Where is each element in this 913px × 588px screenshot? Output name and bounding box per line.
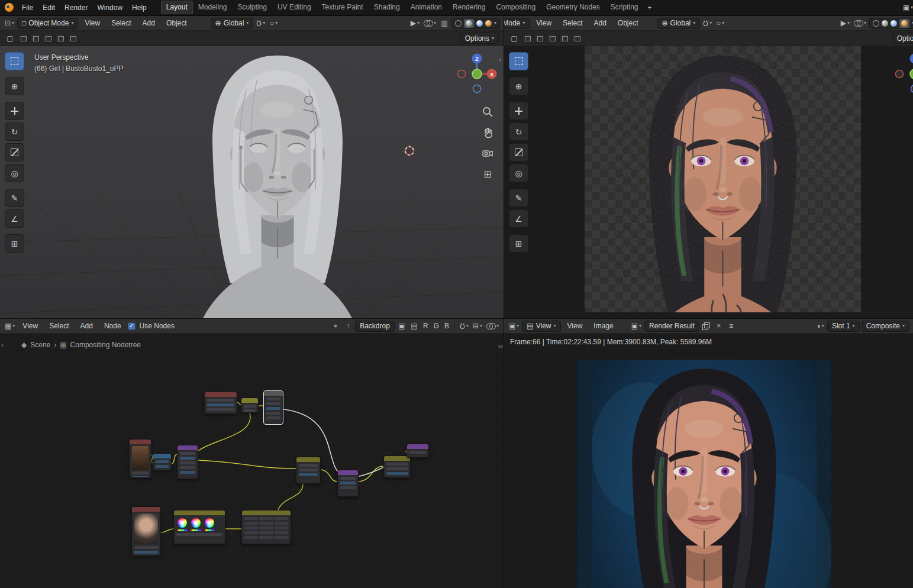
pin-icon[interactable]: ⌖ — [330, 321, 341, 331]
node[interactable] — [383, 455, 411, 478]
area-resize-chevron[interactable]: ‹ — [499, 56, 501, 64]
channel-g-toggle[interactable]: G — [432, 322, 441, 330]
scene-selector-icon[interactable]: ▣▾ — [902, 2, 913, 13]
use-nodes-label[interactable]: Use Nodes — [137, 320, 179, 332]
select-mode-extend[interactable] — [534, 34, 544, 43]
node-color-balance[interactable] — [173, 510, 225, 544]
editor-mode-dropdown[interactable]: ▤View▾ — [522, 321, 560, 332]
editor-type-button[interactable]: ▦▾ — [4, 321, 16, 331]
tab-animation[interactable]: Animation — [405, 1, 447, 14]
options-dropdown[interactable]: Options▾ — [892, 33, 913, 44]
tab-texture-paint[interactable]: Texture Paint — [317, 1, 369, 14]
tool-select-box[interactable] — [509, 52, 528, 70]
tool-transform[interactable]: ◎ — [509, 164, 528, 182]
viewport-shading-group[interactable]: ▾ — [869, 18, 913, 29]
tool-move[interactable] — [509, 102, 528, 120]
tool-add-cube[interactable]: ⊞ — [509, 234, 528, 253]
menu-window[interactable]: Window — [92, 2, 127, 14]
options-dropdown[interactable]: Options▾ — [460, 33, 499, 44]
menu-add[interactable]: Add — [76, 320, 98, 332]
node[interactable] — [337, 470, 359, 497]
channel-r-toggle[interactable]: R — [421, 322, 430, 330]
node[interactable] — [296, 457, 321, 484]
menu-view[interactable]: View — [563, 320, 588, 332]
node-table[interactable] — [241, 510, 291, 544]
snap-toggle[interactable]: Ω▾ — [255, 18, 266, 28]
3d-cursor[interactable] — [402, 144, 417, 158]
tool-annotate[interactable]: ✎ — [5, 189, 24, 207]
select-mode-new[interactable] — [522, 34, 532, 43]
node[interactable] — [241, 398, 259, 413]
menu-node[interactable]: Node — [99, 320, 126, 332]
tool-measure[interactable]: ∠ — [5, 209, 24, 228]
menu-object[interactable]: Object — [613, 17, 643, 29]
menu-view[interactable]: View — [80, 17, 105, 29]
backdrop-image-icon[interactable]: ▣ — [396, 321, 407, 331]
menu-view[interactable]: View — [18, 320, 43, 332]
node-canvas[interactable]: ◆ Scene › ▦ Compositing Nodetree ‹ — [0, 334, 504, 588]
tab-modeling[interactable]: Modeling — [193, 1, 233, 14]
select-mode-invert[interactable] — [559, 34, 569, 43]
node-selected[interactable] — [263, 390, 283, 425]
menu-add[interactable]: Add — [589, 17, 611, 29]
render-pass-dropdown[interactable]: Composite▾ — [862, 321, 909, 332]
tab-scripting[interactable]: Scripting — [605, 1, 644, 14]
proportional-edit-toggle[interactable]: ○▾ — [268, 18, 279, 28]
menu-select[interactable]: Select — [107, 17, 136, 29]
tab-rendering[interactable]: Rendering — [447, 1, 491, 14]
tab-geometry-nodes[interactable]: Geometry Nodes — [541, 1, 605, 14]
tool-rotate[interactable]: ↻ — [509, 122, 528, 141]
proportional-edit-toggle[interactable]: ○▾ — [715, 18, 725, 28]
menu-view[interactable]: View — [531, 17, 556, 29]
browse-image-button[interactable]: ▣▾ — [630, 321, 643, 331]
snap-toggle[interactable]: Ω▾ — [702, 18, 713, 28]
tool-select-box[interactable] — [5, 52, 24, 70]
tool-cursor[interactable]: ⊕ — [509, 77, 528, 95]
show-gizmos-dropdown[interactable]: ▶▾ — [409, 18, 421, 28]
menu-add[interactable]: Add — [138, 17, 160, 29]
render-slot-dropdown[interactable]: Slot 1▾ — [827, 321, 860, 332]
menu-render[interactable]: Render — [60, 2, 92, 14]
tool-cursor[interactable]: ⊕ — [5, 77, 24, 95]
tool-scale[interactable] — [5, 143, 24, 161]
editor-type-button[interactable]: ⊡▾ — [4, 18, 15, 28]
select-mode-intersect[interactable] — [572, 34, 582, 43]
channel-b-toggle[interactable]: B — [443, 322, 451, 330]
mode-dropdown[interactable]: □Object Mode▾ — [504, 18, 530, 29]
viewport-shading-group[interactable]: ▾ — [451, 18, 500, 29]
show-overlays-dropdown[interactable]: ▾ — [422, 18, 437, 28]
snap-toggle[interactable]: Ω▾ — [459, 321, 470, 331]
show-gizmos-dropdown[interactable]: ▶▾ — [840, 18, 851, 28]
transform-orientation-dropdown[interactable]: ⊕Global▾ — [211, 18, 254, 29]
camera-view-icon[interactable] — [481, 147, 494, 160]
tab-shading[interactable]: Shading — [369, 1, 405, 14]
menu-select[interactable]: Select — [44, 320, 73, 332]
overlays-dropdown[interactable]: ▾ — [485, 321, 500, 331]
select-mode-subtract[interactable] — [43, 34, 53, 43]
node-image[interactable] — [129, 439, 151, 478]
select-mode-extend[interactable] — [30, 34, 40, 43]
tool-rotate[interactable]: ↻ — [5, 122, 24, 141]
menu-object[interactable]: Object — [162, 17, 192, 29]
use-nodes-checkbox[interactable] — [128, 322, 136, 330]
tab-uv-editing[interactable]: UV Editing — [272, 1, 317, 14]
image-canvas[interactable]: Frame:66 | Time:02:22:43.59 | Mem:3900.8… — [504, 334, 913, 588]
node-image[interactable] — [131, 506, 161, 556]
menu-edit[interactable]: Edit — [38, 2, 60, 14]
show-overlays-dropdown[interactable]: ▾ — [853, 18, 867, 28]
menu-image[interactable]: Image — [589, 320, 618, 332]
mode-dropdown[interactable]: □Object Mode▾ — [17, 18, 78, 29]
tool-transform[interactable]: ◎ — [5, 164, 24, 182]
viewport-canvas[interactable]: ⊕ ↻ ◎ ✎ ∠ ⊞ Z — [504, 46, 913, 318]
navigation-gizmo[interactable]: Z — [892, 51, 913, 97]
image-datablock[interactable]: Render Result — [644, 321, 699, 332]
navigation-gizmo[interactable]: Z X — [454, 51, 500, 97]
panel-collapse-chevron[interactable]: ‹ — [1, 341, 4, 349]
grid-snap-dropdown[interactable]: ⊞▾ — [472, 321, 483, 331]
tool-move[interactable] — [5, 102, 24, 120]
select-mode-invert[interactable] — [55, 34, 65, 43]
tool-add-cube[interactable]: ⊞ — [5, 234, 24, 253]
tool-measure[interactable]: ∠ — [509, 209, 528, 228]
active-tool-icon[interactable]: ▢ — [509, 33, 520, 44]
tab-compositing[interactable]: Compositing — [491, 1, 541, 14]
